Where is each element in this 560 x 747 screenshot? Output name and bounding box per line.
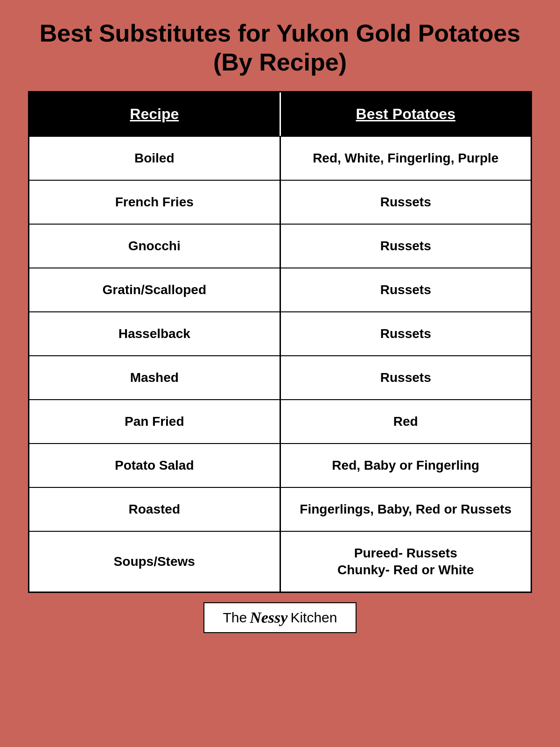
table-row: BoiledRed, White, Fingerling, Purple [29,136,531,180]
table-row: HasselbackRussets [29,311,531,355]
brand-script: Nessy [250,609,287,627]
cell-potatoes: Russets [281,268,531,311]
table-row: Gratin/ScallopedRussets [29,268,531,311]
cell-recipe: Roasted [29,488,280,531]
cell-potatoes: Pureed- RussetsChunky- Red or White [281,532,531,592]
table-row: GnocchiRussets [29,224,531,268]
cell-potatoes: Russets [281,181,531,224]
cell-recipe: Mashed [29,356,280,399]
cell-potatoes: Red, Baby or Fingerling [281,444,531,487]
table-row: MashedRussets [29,355,531,399]
table-row: Potato SaladRed, Baby or Fingerling [29,443,531,487]
table-header: Recipe Best Potatoes [29,92,531,136]
cell-recipe: Hasselback [29,312,280,355]
cell-potatoes: Red, White, Fingerling, Purple [281,137,531,180]
table-row: Pan FriedRed [29,399,531,443]
table-row: Soups/StewsPureed- RussetsChunky- Red or… [29,531,531,592]
header-recipe: Recipe [29,92,280,136]
table-row: French FriesRussets [29,180,531,224]
cell-recipe: Gratin/Scalloped [29,268,280,311]
cell-recipe: Boiled [29,137,280,180]
header-potatoes: Best Potatoes [281,92,531,136]
table-row: RoastedFingerlings, Baby, Red or Russets [29,487,531,531]
brand-prefix: The [223,610,247,626]
cell-recipe: Soups/Stews [29,532,280,592]
cell-recipe: Potato Salad [29,444,280,487]
cell-potatoes: Fingerlings, Baby, Red or Russets [281,488,531,531]
brand-bar: The Nessy Kitchen [203,602,357,633]
main-table: Recipe Best Potatoes BoiledRed, White, F… [28,91,532,593]
cell-potatoes: Red [281,400,531,443]
cell-potatoes: Russets [281,225,531,268]
cell-potatoes: Russets [281,356,531,399]
page-title: Best Substitutes for Yukon Gold Potatoes… [40,19,521,77]
cell-recipe: French Fries [29,181,280,224]
cell-recipe: Gnocchi [29,225,280,268]
cell-potatoes: Russets [281,312,531,355]
cell-recipe: Pan Fried [29,400,280,443]
brand-suffix: Kitchen [290,610,337,626]
